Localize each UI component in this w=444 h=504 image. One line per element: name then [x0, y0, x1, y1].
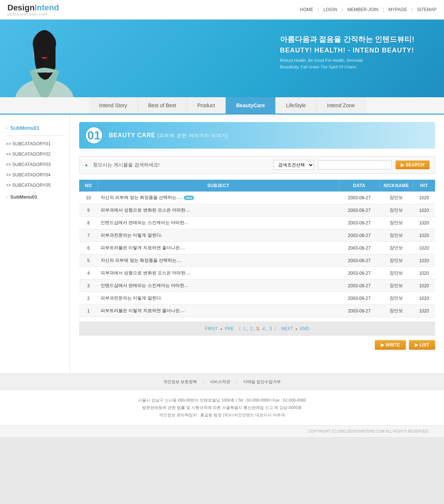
- col-hit: HIT: [413, 180, 435, 192]
- cell-no: 9: [79, 204, 98, 217]
- subject-link[interactable]: 인텐드샵에서 판매되는 스킨케어는 어떠한...: [101, 220, 188, 225]
- table-header: NO SUBJECT DATA NICKNAME HIT: [79, 180, 435, 192]
- pagination-page-5[interactable]: 5: [269, 326, 272, 331]
- cell-nickname: 잠만보: [380, 280, 413, 292]
- cell-hit: 1020: [413, 242, 435, 254]
- table-row: 2피부과전문의는 이렇게 말한다.2003-08-27잠만보1020: [79, 292, 435, 305]
- tab-product[interactable]: Product: [187, 97, 226, 114]
- pagination-first[interactable]: FIRST: [205, 326, 218, 331]
- sidebar-menu2-title: SubMenu01: [0, 190, 70, 203]
- footer-email-link[interactable]: 이메일 집단수집거부: [243, 379, 281, 385]
- tab-beauty-care[interactable]: BeautyCare: [226, 97, 276, 114]
- footer-terms-link[interactable]: 서비스약관: [210, 379, 230, 385]
- cell-subject[interactable]: 피부과에서 성형으로 변화된 모스은 어떠한....: [98, 267, 339, 280]
- subject-link[interactable]: 자신의 피부에 맞는 화장품을 선택하는....: [101, 195, 182, 200]
- cell-subject[interactable]: 인텐드샵에서 판매되는 스킨케어는 어떠한...: [98, 280, 339, 292]
- subject-link[interactable]: 피부트러블은 이렇게 치료하면 줄더나은....: [101, 308, 185, 313]
- list-button[interactable]: ▶ LIST: [409, 340, 435, 350]
- cell-date: 2003-08-27: [339, 292, 380, 305]
- nav-sep-4: |: [411, 7, 413, 12]
- write-button[interactable]: ▶ WRITE: [375, 340, 406, 350]
- footer-privacy-link[interactable]: 개인정보 보호정책: [163, 379, 197, 385]
- table-row: 7피부과전문의는 이렇게 말한다.2003-08-27잠만보1020: [79, 229, 435, 242]
- write-label: WRITE: [386, 342, 400, 348]
- cell-nickname: 잠만보: [380, 192, 413, 204]
- table-row: 3인텐드샵에서 판매되는 스킨케어는 어떠한...2003-08-27잠만보10…: [79, 280, 435, 292]
- cell-hit: 1020: [413, 292, 435, 305]
- banner-subtitle1: Robust Health, Be Good For Health, Decor…: [280, 58, 363, 62]
- cell-subject[interactable]: 피부과에서 성형으로 변화된 모스은 어떠한....: [98, 204, 339, 217]
- tab-intend-zone[interactable]: Intend Zone: [317, 97, 366, 114]
- search-bar: ● 찾으시는 게시물을 검색하세요! 검색조건선택 ▶ SEARCH: [79, 156, 435, 174]
- sidebar-item-4[interactable]: >> SUBCATAGORY04: [0, 170, 70, 180]
- search-bullet-icon: ●: [85, 162, 88, 168]
- sidebar-item-5[interactable]: >> SUBCATAGORY05: [0, 180, 70, 190]
- top-nav-mypage[interactable]: MYPAGE: [388, 7, 407, 12]
- cell-subject[interactable]: 피부트러블은 이렇게 치료하면 줄더나은....: [98, 242, 339, 254]
- pagination-end[interactable]: END: [300, 326, 309, 331]
- cell-hit: 1020: [413, 254, 435, 267]
- subject-link[interactable]: 피부과전문의는 이렇게 말한다.: [101, 295, 162, 301]
- sidebar-menu1-title: SubMenu01: [0, 122, 70, 135]
- svg-point-3: [38, 51, 41, 53]
- cell-no: 4: [79, 267, 98, 280]
- search-input[interactable]: [318, 160, 392, 169]
- action-buttons: ▶ WRITE ▶ LIST: [79, 340, 435, 350]
- pagination-page-2[interactable]: 2: [250, 326, 253, 331]
- tab-best-of-best[interactable]: Best of Best: [138, 97, 187, 114]
- subject-link[interactable]: 인텐드샵에서 판매되는 스킨케어는 어떠한...: [101, 283, 188, 288]
- cell-subject[interactable]: 자신의 피부에 맞는 화장품을 선택하는....new: [98, 192, 339, 204]
- tab-lifestyle[interactable]: LifeStyle: [276, 97, 317, 114]
- cell-date: 2003-08-27: [339, 204, 380, 217]
- sidebar-item-3[interactable]: >> SUBCATAGORY03: [0, 159, 70, 170]
- footer-privacy-officer: 개인정보 관리책임자 : 홍길동 팀장 (주)디자인인텐드 대표이사 아무개: [0, 412, 444, 419]
- tab-intend-story[interactable]: Intend Story: [89, 97, 138, 114]
- col-data: DATA: [339, 180, 380, 192]
- cell-date: 2003-08-27: [339, 217, 380, 229]
- search-button[interactable]: ▶ SEARCH: [396, 160, 430, 169]
- cell-subject[interactable]: 피부과전문의는 이렇게 말한다.: [98, 292, 339, 305]
- subject-link[interactable]: 자신의 피부에 맞는 화장품을 선택하는....: [101, 258, 182, 263]
- subject-link[interactable]: 피부트러블은 이렇게 치료하면 줄더나은....: [101, 245, 185, 250]
- table-row: 10자신의 피부에 맞는 화장품을 선택하는....new2003-08-27잠…: [79, 192, 435, 204]
- sidebar-item-2[interactable]: >> SUBCATAGORY02: [0, 149, 70, 159]
- cell-subject[interactable]: 자신의 피부에 맞는 화장품을 선택하는....: [98, 254, 339, 267]
- pagination-next-icon: ●: [295, 327, 297, 331]
- section-title: BEAUTY CARE [피부에 관한 여러가지 이야기]: [109, 132, 228, 139]
- subject-link[interactable]: 피부과전문의는 이렇게 말한다.: [101, 233, 162, 238]
- logo: DesignIntend DESIGNINTEND.COM: [7, 3, 59, 16]
- footer-legal: 방문판매등에 관한 법률 및 시행규칙에 따른 서울특별시 통신판매업 신고 제…: [0, 404, 444, 412]
- top-nav-login[interactable]: LOGIN: [323, 7, 337, 12]
- pagination-pre[interactable]: PRE: [225, 326, 234, 331]
- cell-nickname: 잠만보: [380, 204, 413, 217]
- footer-copyright: COPYRIGHT (C) 2003 DESIGNINTEHD.COM ALL …: [0, 425, 444, 437]
- table-row: 5자신의 피부에 맞는 화장품을 선택하는....2003-08-27잠만보10…: [79, 254, 435, 267]
- search-button-icon: ▶: [401, 162, 404, 168]
- banner-illustration: [0, 20, 89, 97]
- nav-sep-3: |: [383, 7, 384, 12]
- pagination-next[interactable]: NEXT: [281, 326, 293, 331]
- sidebar-item-1[interactable]: >> SUBCATAGORY01: [0, 139, 70, 149]
- cell-subject[interactable]: 피부트러블은 이렇게 치료하면 줄더나은....: [98, 305, 339, 317]
- board-table: NO SUBJECT DATA NICKNAME HIT 10자신의 피부에 맞…: [79, 180, 435, 317]
- svg-point-4: [47, 51, 50, 53]
- cell-subject[interactable]: 인텐드샵에서 판매되는 스킨케어는 어떠한...: [98, 217, 339, 229]
- cell-hit: 1020: [413, 229, 435, 242]
- cell-subject[interactable]: 피부과전문의는 이렇게 말한다.: [98, 229, 339, 242]
- cell-nickname: 잠만보: [380, 229, 413, 242]
- subject-link[interactable]: 피부과에서 성형으로 변화된 모스은 어떠한....: [101, 207, 191, 213]
- pagination-page-1[interactable]: 1: [243, 326, 246, 331]
- top-nav-sitemap[interactable]: SITEMAP: [417, 7, 437, 12]
- banner-text: 아름다움과 젊음을 간직하는 인텐드뷰티! BEAUTY! HEALTH! - …: [280, 34, 414, 70]
- sidebar: SubMenu01 >> SUBCATAGORY01 >> SUBCATAGOR…: [0, 115, 70, 373]
- cell-nickname: 잠만보: [380, 242, 413, 254]
- list-label: LIST: [420, 342, 429, 348]
- subject-link[interactable]: 피부과에서 성형으로 변화된 모스은 어떠한....: [101, 270, 191, 275]
- search-button-label: SEARCH: [406, 162, 424, 168]
- footer-sep-2: |: [236, 379, 237, 385]
- search-condition-select[interactable]: 검색조건선택: [273, 160, 314, 170]
- top-nav-home[interactable]: HOME: [300, 7, 313, 12]
- pagination-page-4[interactable]: 4: [262, 326, 265, 331]
- top-nav-member-join[interactable]: MEMBER-JOIN: [347, 7, 379, 12]
- copyright-text: COPYRIGHT (C) 2003 DESIGNINTEHD.COM ALL …: [309, 429, 429, 433]
